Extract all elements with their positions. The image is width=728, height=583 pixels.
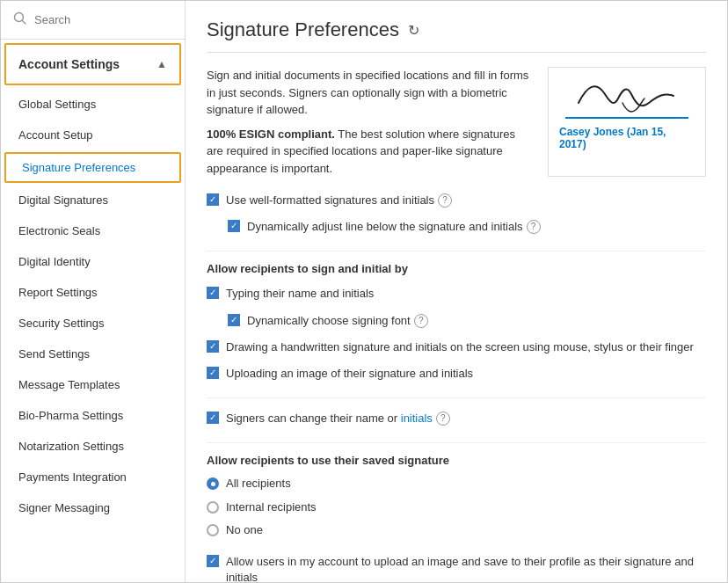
sidebar-item-bio-pharma-settings[interactable]: Bio-Pharma Settings <box>1 400 185 431</box>
well-formatted-section: Use well-formatted signatures and initia… <box>207 191 706 237</box>
divider-3 <box>207 442 706 443</box>
description-paragraph-2: 100% ESIGN compliant. The best solution … <box>207 126 530 178</box>
sidebar-item-electronic-seals[interactable]: Electronic Seals <box>1 215 185 246</box>
chevron-up-icon: ▲ <box>157 58 167 70</box>
allow-recipients-title: Allow recipients to sign and initial by <box>207 262 706 275</box>
drawing-checkbox[interactable] <box>207 340 219 353</box>
typing-row: Typing their name and initials <box>207 284 706 303</box>
use-well-formatted-row: Use well-formatted signatures and initia… <box>207 191 706 210</box>
search-input[interactable] <box>34 13 172 26</box>
internal-recipients-label: Internal recipients <box>226 499 317 515</box>
main-content: Signature Preferences ↻ Sign and initial… <box>186 1 727 583</box>
sidebar-item-digital-signatures[interactable]: Digital Signatures <box>1 185 185 215</box>
typing-checkbox[interactable] <box>207 287 219 299</box>
use-well-formatted-checkbox[interactable] <box>207 193 219 206</box>
dynamically-adjust-row: Dynamically adjust line below the signat… <box>207 217 706 237</box>
divider-1 <box>207 251 706 251</box>
signature-image <box>565 75 688 119</box>
refresh-icon[interactable]: ↻ <box>408 22 419 39</box>
no-one-row: No one <box>207 522 706 538</box>
description-paragraph-1: Sign and initial documents in specified … <box>207 67 530 119</box>
signature-author: Casey Jones (Jan 15, 2017) <box>559 126 695 150</box>
sidebar: Account Settings ▲ Global Settings Accou… <box>1 1 186 583</box>
search-icon <box>13 11 27 28</box>
allow-recipients-section: Allow recipients to sign and initial by … <box>207 262 706 383</box>
sidebar-item-notarization-settings[interactable]: Notarization Settings <box>1 431 185 462</box>
dynamically-choose-label: Dynamically choose signing font ? <box>247 313 428 329</box>
initials-link[interactable]: initials <box>401 411 433 426</box>
dynamically-adjust-label: Dynamically adjust line below the signat… <box>247 219 541 235</box>
all-recipients-label: All recipients <box>226 476 291 492</box>
uploading-label: Uploading an image of their signature an… <box>226 366 473 382</box>
sidebar-item-security-settings[interactable]: Security Settings <box>1 308 185 339</box>
dynamically-adjust-help-icon[interactable]: ? <box>527 220 541 234</box>
uploading-checkbox[interactable] <box>207 367 219 379</box>
divider-2 <box>207 397 706 398</box>
use-well-formatted-help-icon[interactable]: ? <box>438 193 452 208</box>
all-recipients-radio[interactable] <box>207 477 219 490</box>
sidebar-item-digital-identity[interactable]: Digital Identity <box>1 246 185 277</box>
drawing-label: Drawing a handwritten signature and init… <box>226 339 694 355</box>
search-bar[interactable] <box>1 1 185 40</box>
signers-change-label: Signers can change their name or initial… <box>226 411 450 426</box>
sidebar-item-payments-integration[interactable]: Payments Integration <box>1 462 185 492</box>
uploading-row: Uploading an image of their signature an… <box>207 364 706 383</box>
description-block: Sign and initial documents in specified … <box>207 67 706 177</box>
dynamically-choose-row: Dynamically choose signing font ? <box>207 311 706 331</box>
signature-preview: Casey Jones (Jan 15, 2017) <box>548 67 706 177</box>
no-one-label: No one <box>226 522 263 538</box>
svg-line-1 <box>23 21 26 25</box>
sidebar-item-signer-messaging[interactable]: Signer Messaging <box>1 492 185 523</box>
sidebar-item-account-setup[interactable]: Account Setup <box>1 120 185 150</box>
internal-recipients-row: Internal recipients <box>207 499 706 515</box>
dynamically-adjust-checkbox[interactable] <box>228 220 240 232</box>
drawing-row: Drawing a handwritten signature and init… <box>207 338 706 357</box>
allow-upload-section: Allow users in my account to upload an i… <box>207 552 706 583</box>
nav-items-list: Global Settings Account Setup Signature … <box>1 89 185 523</box>
typing-label: Typing their name and initials <box>226 286 374 302</box>
internal-recipients-radio[interactable] <box>207 501 219 514</box>
sidebar-item-signature-preferences[interactable]: Signature Preferences <box>4 152 181 183</box>
signers-change-row: Signers can change their name or initial… <box>207 409 706 428</box>
allow-upload-checkbox[interactable] <box>207 555 219 567</box>
allow-saved-title: Allow recipients to use their saved sign… <box>207 454 706 467</box>
signers-change-checkbox[interactable] <box>207 412 219 424</box>
page-title: Signature Preferences <box>207 18 399 41</box>
signers-change-section: Signers can change their name or initial… <box>207 409 706 428</box>
use-well-formatted-label: Use well-formatted signatures and initia… <box>226 193 452 208</box>
description-text: Sign and initial documents in specified … <box>207 67 530 177</box>
sidebar-item-message-templates[interactable]: Message Templates <box>1 369 185 400</box>
allow-upload-row: Allow users in my account to upload an i… <box>207 552 706 583</box>
no-one-radio[interactable] <box>207 524 219 536</box>
dynamically-choose-checkbox[interactable] <box>228 314 240 326</box>
allow-saved-section: Allow recipients to use their saved sign… <box>207 454 706 538</box>
dynamically-choose-help-icon[interactable]: ? <box>414 314 428 328</box>
page-header: Signature Preferences ↻ <box>207 18 706 53</box>
account-settings-nav[interactable]: Account Settings ▲ <box>4 43 181 85</box>
sidebar-item-report-settings[interactable]: Report Settings <box>1 277 185 308</box>
sidebar-item-global-settings[interactable]: Global Settings <box>1 89 185 120</box>
allow-upload-label: Allow users in my account to upload an i… <box>226 554 706 583</box>
account-settings-label: Account Settings <box>18 57 120 71</box>
all-recipients-row: All recipients <box>207 476 706 492</box>
signers-change-help-icon[interactable]: ? <box>436 412 450 426</box>
sidebar-item-send-settings[interactable]: Send Settings <box>1 339 185 369</box>
